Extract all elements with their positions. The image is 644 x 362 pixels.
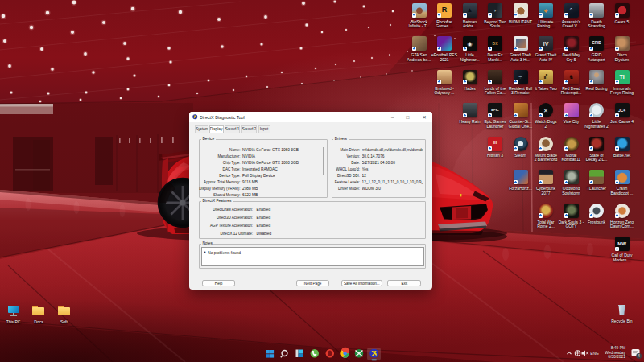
svg-text:4: 4 [638,354,640,358]
